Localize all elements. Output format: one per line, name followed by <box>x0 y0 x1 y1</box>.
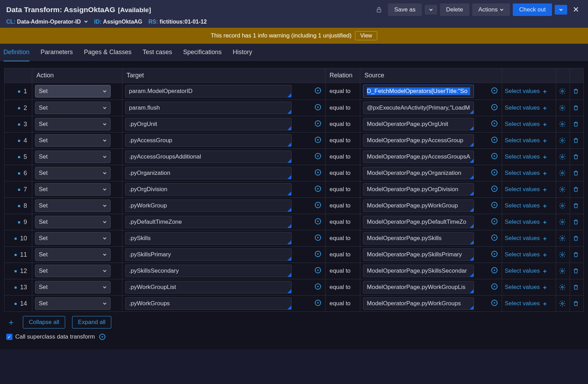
trash-icon[interactable] <box>573 202 581 209</box>
view-warning-button[interactable]: View <box>355 31 377 40</box>
gear-icon[interactable] <box>559 300 567 307</box>
action-select[interactable]: Set <box>35 232 111 245</box>
trash-icon[interactable] <box>573 170 581 177</box>
select-values-link[interactable]: Select values ＋ <box>505 202 548 210</box>
crosshair-icon[interactable] <box>491 169 498 176</box>
crosshair-icon[interactable] <box>99 334 105 340</box>
crosshair-icon[interactable] <box>315 169 321 176</box>
target-input[interactable]: .pySkillsPrimary <box>125 248 292 261</box>
tab-specifications[interactable]: Specifications <box>183 44 222 61</box>
trash-icon[interactable] <box>573 267 581 274</box>
select-values-link[interactable]: Select values ＋ <box>505 267 548 275</box>
gear-icon[interactable] <box>559 121 567 128</box>
trash-icon[interactable] <box>573 219 581 225</box>
crosshair-icon[interactable] <box>491 218 498 224</box>
check-out-button[interactable]: Check out <box>513 3 552 16</box>
actions-button[interactable]: Actions <box>472 3 510 16</box>
source-input[interactable]: ModelOperatorPage.pyWorkGroupLis <box>363 281 474 293</box>
select-values-link[interactable]: Select values ＋ <box>505 234 548 242</box>
trash-icon[interactable] <box>573 251 581 258</box>
gear-icon[interactable] <box>559 104 567 111</box>
save-as-button[interactable]: Save as <box>388 3 422 16</box>
source-input[interactable]: ModelOperatorPage.pySkills <box>363 232 474 245</box>
action-select[interactable]: Set <box>35 167 111 179</box>
source-input[interactable]: ModelOperatorPage.pyDefaultTimeZo <box>363 216 474 228</box>
trash-icon[interactable] <box>573 186 581 193</box>
crosshair-icon[interactable] <box>315 218 321 224</box>
source-input[interactable]: ModelOperatorPage.pyAccessGroup <box>363 134 474 147</box>
target-input[interactable]: .pyOrgDivision <box>125 183 292 196</box>
select-values-link[interactable]: Select values ＋ <box>505 137 548 145</box>
select-values-link[interactable]: Select values ＋ <box>505 169 548 177</box>
action-select[interactable]: Set <box>35 248 111 261</box>
gear-icon[interactable] <box>559 186 567 193</box>
crosshair-icon[interactable] <box>491 251 498 257</box>
action-select[interactable]: Set <box>35 85 111 97</box>
gear-icon[interactable] <box>559 88 567 95</box>
target-input[interactable]: .pyWorkGroup <box>125 199 292 212</box>
select-values-link[interactable]: Select values ＋ <box>505 283 548 291</box>
target-input[interactable]: .pyWorkGroupList <box>125 281 292 293</box>
crosshair-icon[interactable] <box>315 300 321 306</box>
gear-icon[interactable] <box>559 219 567 225</box>
source-input[interactable]: ModelOperatorPage.pyWorkGroup <box>363 199 474 212</box>
trash-icon[interactable] <box>573 284 581 291</box>
source-input[interactable]: @pxExecuteAnActivity(Primary,"LoadM <box>363 102 474 114</box>
action-select[interactable]: Set <box>35 118 111 130</box>
crosshair-icon[interactable] <box>491 267 498 273</box>
superclass-checkbox[interactable]: ✓ <box>6 334 12 340</box>
crosshair-icon[interactable] <box>315 153 321 159</box>
add-row-button[interactable]: ＋ <box>6 317 16 327</box>
gear-icon[interactable] <box>559 267 567 274</box>
gear-icon[interactable] <box>559 284 567 291</box>
action-select[interactable]: Set <box>35 199 111 212</box>
crosshair-icon[interactable] <box>315 283 321 290</box>
crosshair-icon[interactable] <box>315 104 321 110</box>
target-input[interactable]: .pyOrgUnit <box>125 118 292 130</box>
source-input[interactable]: ModelOperatorPage.pySkillsSecondar <box>363 265 474 277</box>
source-input[interactable]: ModelOperatorPage.pyWorkGroups <box>363 297 474 310</box>
target-input[interactable]: param.ModelOperatorID <box>125 85 292 97</box>
action-select[interactable]: Set <box>35 134 111 147</box>
source-input[interactable]: ModelOperatorPage.pySkillsPrimary <box>363 248 474 261</box>
crosshair-icon[interactable] <box>491 104 498 110</box>
select-values-link[interactable]: Select values ＋ <box>505 153 548 161</box>
target-input[interactable]: .pyAccessGroup <box>125 134 292 147</box>
crosshair-icon[interactable] <box>491 87 498 94</box>
crosshair-icon[interactable] <box>315 251 321 257</box>
save-as-chevron[interactable] <box>425 5 437 15</box>
target-input[interactable]: .pyAccessGroupsAdditional <box>125 151 292 163</box>
select-values-link[interactable]: Select values ＋ <box>505 218 548 226</box>
trash-icon[interactable] <box>573 121 581 128</box>
source-input[interactable]: ModelOperatorPage.pyOrgDivision <box>363 183 474 196</box>
target-input[interactable]: .pyDefaultTimeZone <box>125 216 292 228</box>
target-input[interactable]: .pySkills <box>125 232 292 245</box>
gear-icon[interactable] <box>559 202 567 209</box>
gear-icon[interactable] <box>559 170 567 177</box>
source-input[interactable]: ModelOperatorPage.pyOrgUnit <box>363 118 474 130</box>
trash-icon[interactable] <box>573 153 581 160</box>
crosshair-icon[interactable] <box>491 300 498 306</box>
crosshair-icon[interactable] <box>315 234 321 241</box>
action-select[interactable]: Set <box>35 183 111 196</box>
target-input[interactable]: .pySkillsSecondary <box>125 265 292 277</box>
trash-icon[interactable] <box>573 137 581 144</box>
crosshair-icon[interactable] <box>491 186 498 192</box>
trash-icon[interactable] <box>573 300 581 307</box>
crosshair-icon[interactable] <box>491 153 498 159</box>
crosshair-icon[interactable] <box>491 137 498 143</box>
select-values-link[interactable]: Select values ＋ <box>505 104 548 112</box>
tab-pages-classes[interactable]: Pages & Classes <box>84 44 131 61</box>
trash-icon[interactable] <box>573 104 581 111</box>
action-select[interactable]: Set <box>35 151 111 163</box>
action-select[interactable]: Set <box>35 102 111 114</box>
select-values-link[interactable]: Select values ＋ <box>505 251 548 259</box>
target-input[interactable]: .pyOrganization <box>125 167 292 179</box>
gear-icon[interactable] <box>559 153 567 160</box>
action-select[interactable]: Set <box>35 265 111 277</box>
trash-icon[interactable] <box>573 88 581 95</box>
gear-icon[interactable] <box>559 137 567 144</box>
gear-icon[interactable] <box>559 251 567 258</box>
tab-parameters[interactable]: Parameters <box>41 44 73 61</box>
action-select[interactable]: Set <box>35 216 111 228</box>
